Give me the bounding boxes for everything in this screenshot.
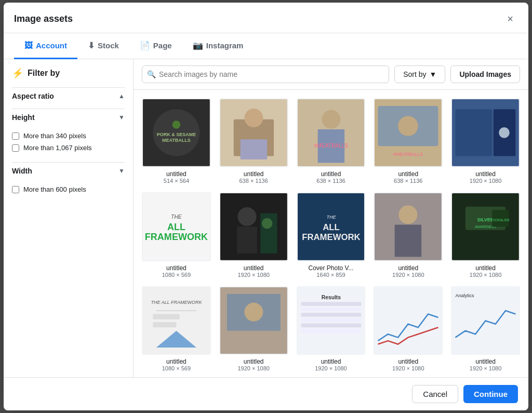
image-item[interactable]: untitled1920 × 1080 xyxy=(219,192,288,278)
image-item[interactable]: THE ALL FRAMEWORKuntitled1080 × 569 xyxy=(142,286,211,372)
image-thumbnail xyxy=(219,286,288,355)
image-item[interactable]: PORK & SESAMEMEATBALLSuntitled514 × 564 xyxy=(142,98,211,184)
svg-point-7 xyxy=(244,109,263,127)
image-thumbnail: THE ALL FRAMEWORK xyxy=(142,286,211,355)
svg-point-10 xyxy=(322,110,340,129)
aspect-ratio-header[interactable]: Aspect ratio ▲ xyxy=(12,87,125,104)
svg-text:THE ALL FRAMEWORK: THE ALL FRAMEWORK xyxy=(151,300,202,305)
image-item[interactable]: untitled1920 × 1080 xyxy=(451,98,520,184)
svg-text:FRAMEWORK: FRAMEWORK xyxy=(302,232,360,242)
image-dimensions: 1920 × 1080 xyxy=(237,365,269,371)
upload-button[interactable]: Upload Images xyxy=(450,65,520,83)
svg-text:FRAMEWORK: FRAMEWORK xyxy=(145,232,208,242)
toolbar: 🔍 Sort by ▼ Upload Images xyxy=(134,59,528,90)
continue-button[interactable]: Continue xyxy=(463,385,518,403)
tab-account[interactable]: 🖼 Account xyxy=(14,33,77,59)
image-item[interactable]: #MEATBALLSuntitled638 × 1136 xyxy=(374,98,443,184)
height-340-checkbox[interactable] xyxy=(12,132,19,140)
image-thumbnail xyxy=(451,98,520,167)
svg-rect-57 xyxy=(301,318,361,322)
width-header[interactable]: Width ▼ xyxy=(12,162,125,179)
sort-button[interactable]: Sort by ▼ xyxy=(394,65,445,83)
image-dimensions: 1080 × 569 xyxy=(162,272,191,278)
image-item[interactable]: Resultsuntitled1920 × 1080 xyxy=(297,286,366,372)
svg-text:THE: THE xyxy=(171,214,182,220)
modal-title: Image assets xyxy=(14,14,73,31)
image-item[interactable]: SILVERAWARENESSLOOKALIKEuntitled1920 × 1… xyxy=(451,192,520,278)
upload-label: Upload Images xyxy=(459,70,511,78)
search-wrapper: 🔍 xyxy=(142,65,389,83)
image-name: untitled xyxy=(166,170,187,178)
image-dimensions: 1920 × 1080 xyxy=(237,272,269,278)
svg-rect-8 xyxy=(240,139,267,159)
svg-point-26 xyxy=(237,207,256,226)
close-icon: × xyxy=(507,13,513,25)
image-dimensions: 1080 × 569 xyxy=(162,365,191,371)
svg-text:PORK & SESAME: PORK & SESAME xyxy=(157,132,196,137)
image-name: Cover Photo V... xyxy=(309,264,354,272)
svg-text:Analytics: Analytics xyxy=(456,293,475,298)
svg-rect-60 xyxy=(375,287,442,354)
svg-rect-54 xyxy=(301,302,361,306)
modal-overlay: Image assets × 🖼 Account ⬇ Stock 📄 Page … xyxy=(0,0,532,413)
image-name: untitled xyxy=(398,358,418,365)
image-item[interactable]: untitled1920 × 1080 xyxy=(374,192,443,278)
image-thumbnail xyxy=(374,192,443,261)
cancel-button[interactable]: Cancel xyxy=(412,385,458,403)
search-input[interactable] xyxy=(142,65,389,83)
image-name: untitled xyxy=(321,170,341,178)
tabs-bar: 🖼 Account ⬇ Stock 📄 Page 📷 Instagram xyxy=(4,33,528,59)
height-1067-checkbox[interactable] xyxy=(12,144,19,152)
height-header[interactable]: Height ▼ xyxy=(12,109,125,126)
image-name: untitled xyxy=(475,358,496,365)
cancel-label: Cancel xyxy=(423,390,447,398)
stock-tab-icon: ⬇ xyxy=(88,41,95,50)
image-item[interactable]: untitled638 × 1136 xyxy=(219,98,288,184)
image-thumbnail: PORK & SESAMEMEATBALLS xyxy=(142,98,211,167)
height-option-1067[interactable]: More than 1,067 pixels xyxy=(12,142,125,154)
image-dimensions: 1920 × 1080 xyxy=(392,365,424,371)
image-item[interactable]: #MEATBALLSuntitled638 × 1136 xyxy=(297,98,366,184)
image-thumbnail xyxy=(374,286,443,355)
tab-stock[interactable]: ⬇ Stock xyxy=(77,33,129,59)
image-dimensions: 638 × 1136 xyxy=(394,178,422,184)
aspect-ratio-chevron: ▲ xyxy=(118,92,125,100)
close-button[interactable]: × xyxy=(502,11,518,26)
image-thumbnail xyxy=(219,98,288,167)
account-tab-icon: 🖼 xyxy=(24,41,33,50)
svg-point-35 xyxy=(399,205,418,224)
tab-instagram[interactable]: 📷 Instagram xyxy=(182,33,254,59)
width-label: Width xyxy=(12,167,32,175)
image-name: untitled xyxy=(166,358,187,365)
instagram-tab-label: Instagram xyxy=(206,41,244,50)
image-dimensions: 1640 × 859 xyxy=(316,272,345,278)
image-item[interactable]: untitled1920 × 1080 xyxy=(219,286,288,372)
filter-width: Width ▼ More than 600 pixels xyxy=(12,162,125,199)
width-600-checkbox[interactable] xyxy=(12,186,19,193)
svg-rect-46 xyxy=(153,314,180,319)
image-item[interactable]: THEALLFRAMEWORKuntitled1080 × 569 xyxy=(142,192,211,278)
width-option-600[interactable]: More than 600 pixels xyxy=(12,183,125,195)
svg-rect-18 xyxy=(456,109,493,156)
svg-text:#MEATBALLS: #MEATBALLS xyxy=(314,143,348,149)
height-chevron: ▼ xyxy=(118,114,125,121)
image-thumbnail: THEALLFRAMEWORK xyxy=(297,192,366,261)
svg-text:#MEATBALLS: #MEATBALLS xyxy=(393,152,423,157)
filter-icon: ⚡ xyxy=(12,68,23,79)
svg-rect-59 xyxy=(301,328,361,332)
image-dimensions: 1920 × 1080 xyxy=(470,365,501,371)
image-thumbnail: #MEATBALLS xyxy=(297,98,366,167)
filter-height: Height ▼ More than 340 pixels More than … xyxy=(12,109,125,158)
svg-text:ALL: ALL xyxy=(167,222,185,232)
image-thumbnail: THEALLFRAMEWORK xyxy=(142,192,211,261)
image-dimensions: 514 × 564 xyxy=(164,178,189,184)
height-option-340[interactable]: More than 340 pixels xyxy=(12,130,125,142)
height-label: Height xyxy=(12,113,35,122)
tab-page[interactable]: 📄 Page xyxy=(129,33,182,59)
image-item[interactable]: Analyticsuntitled1920 × 1080 xyxy=(451,286,520,372)
image-dimensions: 1920 × 1080 xyxy=(392,272,424,278)
image-thumbnail: SILVERAWARENESSLOOKALIKE xyxy=(451,192,520,261)
image-item[interactable]: untitled1920 × 1080 xyxy=(374,286,443,372)
image-item[interactable]: THEALLFRAMEWORKCover Photo V...1640 × 85… xyxy=(297,192,366,278)
svg-point-4 xyxy=(172,121,180,128)
